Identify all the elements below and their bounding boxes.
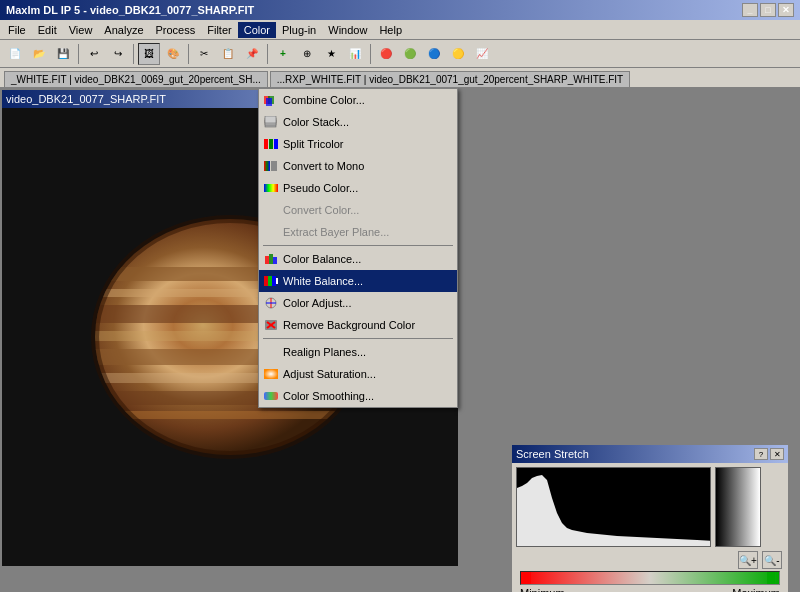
svg-rect-37 [264, 392, 278, 400]
chart-btn[interactable]: 📊 [344, 43, 366, 65]
menu-view[interactable]: View [63, 22, 99, 38]
realign-label: Realign Planes... [283, 346, 366, 358]
svg-rect-18 [269, 139, 273, 149]
image-btn[interactable]: 🖼 [138, 43, 160, 65]
color-stack-icon [263, 114, 279, 130]
svg-rect-24 [269, 254, 273, 264]
menu-item-extract-bayer: Extract Bayer Plane... [259, 221, 457, 243]
histogram-svg [517, 468, 711, 547]
screen-stretch-panel: Screen Stretch ? ✕ 🔍+ � [510, 443, 790, 592]
pseudo-color-icon [263, 180, 279, 196]
min-max-labels: Minimum Maximum [516, 587, 784, 592]
zoom-in-button[interactable]: 🔍+ [738, 551, 758, 569]
menu-color[interactable]: Color [238, 22, 276, 38]
menu-item-pseudo-color[interactable]: Pseudo Color... [259, 177, 457, 199]
color-adjust-label: Color Adjust... [283, 297, 351, 309]
menu-item-color-adjust[interactable]: Color Adjust... [259, 292, 457, 314]
menu-plugin[interactable]: Plug-in [276, 22, 322, 38]
redo-button[interactable]: ↪ [107, 43, 129, 65]
menu-analyze[interactable]: Analyze [98, 22, 149, 38]
color-balance-icon [263, 251, 279, 267]
menu-filter[interactable]: Filter [201, 22, 237, 38]
copy-button[interactable]: 📋 [217, 43, 239, 65]
toolbar-separator-4 [267, 44, 268, 64]
star-btn[interactable]: ★ [320, 43, 342, 65]
menu-item-color-smoothing[interactable]: Color Smoothing... [259, 385, 457, 407]
svg-rect-16 [265, 116, 276, 123]
title-bar: MaxIm DL IP 5 - video_DBK21_0077_SHARP.F… [0, 0, 800, 20]
max-slider-thumb[interactable] [767, 572, 775, 584]
stretch-title: Screen Stretch ? ✕ [512, 445, 788, 463]
svg-rect-36 [264, 369, 278, 379]
min-label: Minimum [520, 587, 565, 592]
maximize-button[interactable]: □ [760, 3, 776, 17]
close-button[interactable]: ✕ [778, 3, 794, 17]
stretch-help-btn[interactable]: ? [754, 448, 768, 460]
menu-edit[interactable]: Edit [32, 22, 63, 38]
menu-help[interactable]: Help [373, 22, 408, 38]
yellow-btn[interactable]: 🟡 [447, 43, 469, 65]
cut-button[interactable]: ✂ [193, 43, 215, 65]
svg-rect-21 [271, 161, 277, 171]
color-balance-label: Color Balance... [283, 253, 361, 265]
realign-icon [263, 344, 279, 360]
menu-item-combine-color[interactable]: Combine Color... [259, 89, 457, 111]
red-btn[interactable]: 🔴 [375, 43, 397, 65]
svg-marker-38 [517, 475, 711, 547]
toolbar-separator-1 [78, 44, 79, 64]
menu-file[interactable]: File [2, 22, 32, 38]
svg-rect-20 [264, 161, 270, 171]
green-btn[interactable]: 🟢 [399, 43, 421, 65]
save-button[interactable]: 💾 [52, 43, 74, 65]
menu-item-convert-mono[interactable]: Convert to Mono [259, 155, 457, 177]
menu-item-remove-bg[interactable]: Remove Background Color [259, 314, 457, 336]
svg-rect-22 [264, 184, 278, 192]
white-balance-icon [263, 273, 279, 289]
svg-rect-13 [266, 98, 272, 106]
svg-rect-27 [268, 276, 272, 286]
tab-2[interactable]: ...RXP_WHITE.FIT | video_DBK21_0071_gut_… [270, 71, 630, 87]
tab-bar: _WHITE.FIT | video_DBK21_0069_gut_20perc… [0, 68, 800, 88]
menu-window[interactable]: Window [322, 22, 373, 38]
convert-mono-label: Convert to Mono [283, 160, 364, 172]
graph-btn[interactable]: 📈 [471, 43, 493, 65]
stretch-close-btn[interactable]: ✕ [770, 448, 784, 460]
color-smoothing-icon [263, 388, 279, 404]
zoom-out-button[interactable]: 🔍- [762, 551, 782, 569]
minimize-button[interactable]: _ [742, 3, 758, 17]
color-dropdown-menu: Combine Color... Color Stack... Split Tr… [258, 88, 458, 408]
menu-item-color-balance[interactable]: Color Balance... [259, 248, 457, 270]
combine-color-label: Combine Color... [283, 94, 365, 106]
svg-rect-17 [264, 139, 268, 149]
zoom-in-btn[interactable]: + [272, 43, 294, 65]
toolbar: 📄 📂 💾 ↩ ↪ 🖼 🎨 ✂ 📋 📌 + ⊕ ★ 📊 🔴 🟢 🔵 🟡 📈 [0, 40, 800, 68]
menu-item-realign[interactable]: Realign Planes... [259, 341, 457, 363]
color-btn[interactable]: 🎨 [162, 43, 184, 65]
remove-bg-icon [263, 317, 279, 333]
new-button[interactable]: 📄 [4, 43, 26, 65]
window-title: MaxIm DL IP 5 - video_DBK21_0077_SHARP.F… [6, 4, 254, 16]
menu-item-split-tricolor[interactable]: Split Tricolor [259, 133, 457, 155]
combine-color-icon [263, 92, 279, 108]
undo-button[interactable]: ↩ [83, 43, 105, 65]
menu-item-saturation[interactable]: Adjust Saturation... [259, 363, 457, 385]
stretch-title-buttons: ? ✕ [754, 448, 784, 460]
color-slider[interactable] [520, 571, 780, 585]
title-bar-buttons: _ □ ✕ [742, 3, 794, 17]
split-tricolor-label: Split Tricolor [283, 138, 344, 150]
menu-bar: File Edit View Analyze Process Filter Co… [0, 20, 800, 40]
image-title-label: video_DBK21_0077_SHARP.FIT [6, 93, 166, 105]
blue-btn[interactable]: 🔵 [423, 43, 445, 65]
paste-button[interactable]: 📌 [241, 43, 263, 65]
measure-btn[interactable]: ⊕ [296, 43, 318, 65]
svg-rect-28 [272, 276, 276, 286]
tab-1[interactable]: _WHITE.FIT | video_DBK21_0069_gut_20perc… [4, 71, 268, 87]
open-button[interactable]: 📂 [28, 43, 50, 65]
min-slider-thumb[interactable] [523, 572, 531, 584]
menu-item-white-balance[interactable]: White Balance... [259, 270, 457, 292]
toolbar-separator-2 [133, 44, 134, 64]
svg-rect-19 [274, 139, 278, 149]
histogram-area [516, 467, 784, 547]
menu-process[interactable]: Process [150, 22, 202, 38]
menu-item-color-stack[interactable]: Color Stack... [259, 111, 457, 133]
